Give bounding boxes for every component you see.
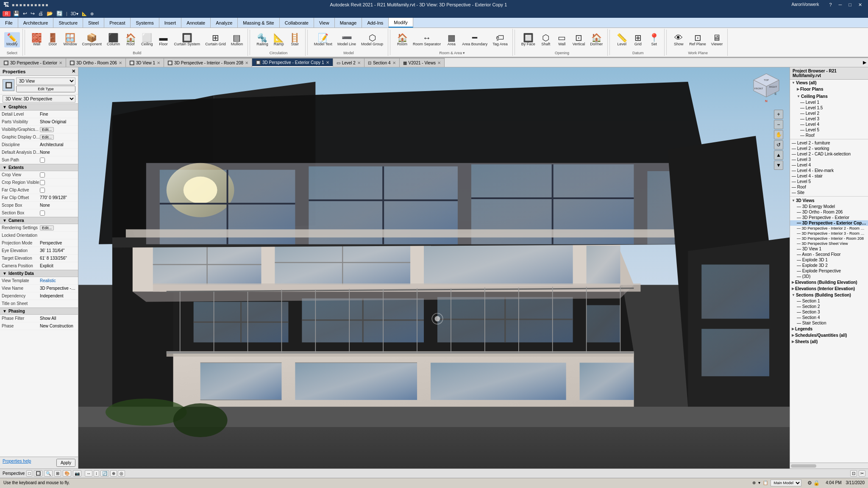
tab-insert[interactable]: Insert xyxy=(159,18,182,28)
by-face-button[interactable]: 🔲By Face xyxy=(519,32,537,47)
minimize-button[interactable]: ─ xyxy=(836,2,845,8)
shaft-button[interactable]: ⬡Shaft xyxy=(538,32,554,47)
tree-3d-persp-sheet[interactable]: — 3D Perspective Sheet View xyxy=(790,241,868,246)
tree-3d-persp-int2[interactable]: — 3D Perspective - Interior 2 - Room 20.… xyxy=(790,226,868,231)
door-button[interactable]: 🚪Door xyxy=(45,32,61,47)
tree-3d-persp-ext[interactable]: — 3D Perspective - Exterior xyxy=(790,215,868,220)
view-tab-3dview1[interactable]: 🔲 3D View 1 ✕ xyxy=(126,58,164,67)
tree-section2[interactable]: — Section 2 xyxy=(790,304,868,309)
persp-btn-ortho[interactable]: □ xyxy=(26,470,32,477)
tree-level-l2-work[interactable]: — Level 2 - working xyxy=(790,146,868,151)
tree-section3[interactable]: — Section 3 xyxy=(790,309,868,315)
section-extents[interactable]: ▼ Extents xyxy=(0,164,78,171)
stair-button[interactable]: 🪜Stair xyxy=(287,32,303,47)
tree-elev-building[interactable]: ▶ Elevations (Building Elevation) xyxy=(790,279,868,286)
view-tab-v2021[interactable]: ▦ V2021 - Views ✕ xyxy=(400,58,445,67)
orbit-button[interactable]: ↺ xyxy=(774,140,783,150)
railing-button[interactable]: 🔩Railing xyxy=(254,32,270,47)
tree-ceiling-l1[interactable]: — Level 1 xyxy=(790,100,868,105)
close-tab-3d1-icon[interactable]: ✕ xyxy=(157,61,160,65)
show-button[interactable]: 👁Show xyxy=(671,32,686,47)
floor-button[interactable]: ▬Floor xyxy=(156,32,171,47)
tab-structure[interactable]: Structure xyxy=(53,18,83,28)
view-tab-level2[interactable]: ▭ Level 2 ✕ xyxy=(333,58,364,67)
tab-systems[interactable]: Systems xyxy=(131,18,159,28)
measure-icon[interactable]: 📐 xyxy=(81,11,88,16)
persp-btn-render[interactable]: 📷 xyxy=(73,470,81,477)
close-button[interactable]: ✕ xyxy=(856,2,865,8)
tab-annotate[interactable]: Annotate xyxy=(181,18,211,28)
tree-level-site[interactable]: — Site xyxy=(790,190,868,195)
tree-sections[interactable]: ▼ Sections (Building Section) xyxy=(790,292,868,298)
persp-btn-7[interactable]: 🔄 xyxy=(100,470,109,477)
settings-icon[interactable]: ⚙ xyxy=(807,480,812,486)
viewcube[interactable]: TOP FRONT RIGHT N E xyxy=(749,72,783,105)
viewport[interactable]: TOP FRONT RIGHT N E + − ✋ ↺ ▲ ▼ xyxy=(78,67,790,469)
tab-precast[interactable]: Precast xyxy=(104,18,131,28)
persp-btn-9[interactable]: ◎ xyxy=(118,470,125,477)
3dview-toggle[interactable]: 3D▾ xyxy=(70,11,79,16)
nav-arrow-down[interactable]: ▼ xyxy=(774,161,783,170)
close-tab-int-icon[interactable]: ✕ xyxy=(245,61,248,65)
tab-modify[interactable]: Modify xyxy=(389,18,413,28)
crop-region-checkbox[interactable] xyxy=(40,180,45,185)
persp-btn-realistic[interactable]: 🎨 xyxy=(63,470,71,477)
tree-section4[interactable]: — Section 4 xyxy=(790,315,868,320)
tree-explode1[interactable]: — Explode 3D 1 xyxy=(790,257,868,263)
zoom-out-button[interactable]: − xyxy=(774,120,783,129)
close-tab-l2-icon[interactable]: ✕ xyxy=(357,61,361,65)
properties-help-link[interactable]: Properties help xyxy=(3,459,31,467)
tree-axon[interactable]: — Axon - Second Floor xyxy=(790,252,868,257)
tree-3dviews[interactable]: ▼ 3D Views xyxy=(790,197,868,204)
nav-icon[interactable]: ⊕ xyxy=(89,11,95,16)
restore-button[interactable]: □ xyxy=(846,2,854,8)
room-button[interactable]: 🏠Room xyxy=(395,32,410,47)
tree-3dview1[interactable]: — 3D View 1 xyxy=(790,246,868,252)
visibility-graphics-btn[interactable]: Edit... xyxy=(40,127,54,132)
tree-ceiling-roof[interactable]: — Roof xyxy=(790,133,868,138)
lock-icon[interactable]: 🔒 xyxy=(813,480,820,486)
tab-file[interactable]: File xyxy=(0,18,18,28)
project-browser-tree[interactable]: ▼ Views (all) ▶ Floor Plans ▼ Ceiling Pl… xyxy=(790,80,868,463)
curtain-system-button[interactable]: 🔲Curtain System xyxy=(172,32,203,47)
tab-manage[interactable]: Manage xyxy=(335,18,362,28)
tree-3d-energy[interactable]: — 3D Energy Model xyxy=(790,204,868,209)
model-group-button[interactable]: ⬡Model Group xyxy=(359,32,385,47)
tree-elev-interior[interactable]: ▶ Elevations (Interior Elevation) xyxy=(790,286,868,292)
active-model-select[interactable]: Main Model xyxy=(771,480,801,486)
view-type-select[interactable]: 3D View xyxy=(16,78,75,85)
tree-schedules[interactable]: ▶ Schedules/Quantities (all) xyxy=(790,332,868,338)
tree-level-l2-cad[interactable]: — Level 2 - CAD Link-selection xyxy=(790,151,868,157)
persp-btn-6[interactable]: ↕ xyxy=(94,470,99,477)
section-box-btn[interactable]: ⊡ xyxy=(850,470,857,477)
section-phasing[interactable]: ▼ Phasing xyxy=(0,308,78,315)
curtain-grid-button[interactable]: ⊞Curtain Grid xyxy=(203,32,228,47)
column-button[interactable]: ⬛Column xyxy=(105,32,122,47)
view-tab-section4[interactable]: ⊡ Section 4 ✕ xyxy=(364,58,400,67)
window-button[interactable]: 🪟Window xyxy=(61,32,79,47)
persp-btn-8[interactable]: ⊕ xyxy=(110,470,117,477)
component-button[interactable]: 📦Component xyxy=(80,32,104,47)
tree-explode-persp[interactable]: — Explode Perspective xyxy=(790,268,868,274)
persp-btn-persp[interactable]: 🔲 xyxy=(34,470,42,477)
section-identity[interactable]: ▼ Identity Data xyxy=(0,270,78,277)
tab-view[interactable]: View xyxy=(314,18,335,28)
tree-3d-persp-int[interactable]: — 3D Perspective - Interior - Room 208 xyxy=(790,236,868,241)
tree-level-l2-furn[interactable]: — Level 2 - furniture xyxy=(790,140,868,146)
sun-path-checkbox[interactable] xyxy=(40,158,45,163)
undo-icon[interactable]: ↩ xyxy=(22,11,28,17)
tree-3d-default[interactable]: — (3D) xyxy=(790,274,868,279)
section-box-checkbox[interactable] xyxy=(40,211,45,216)
tab-steel[interactable]: Steel xyxy=(83,18,104,28)
tab-analyze[interactable]: Analyze xyxy=(211,18,238,28)
tree-floor-plans[interactable]: ▶ Floor Plans xyxy=(790,86,868,92)
tree-ceiling-l3[interactable]: — Level 3 xyxy=(790,116,868,122)
open-icon[interactable]: 📂 xyxy=(46,11,54,17)
ramp-button[interactable]: 📐Ramp xyxy=(271,32,287,47)
view-tab-ortho-206[interactable]: 🔲 3D Ortho - Room 206 ✕ xyxy=(66,58,126,67)
tag-area-button[interactable]: 🏷Tag Area xyxy=(490,32,510,47)
pb-scrollbar[interactable] xyxy=(790,463,868,469)
tab-massing[interactable]: Massing & Site xyxy=(238,18,279,28)
close-tab-ortho-icon[interactable]: ✕ xyxy=(119,61,122,65)
tree-level-l4[interactable]: — Level 4 xyxy=(790,162,868,168)
